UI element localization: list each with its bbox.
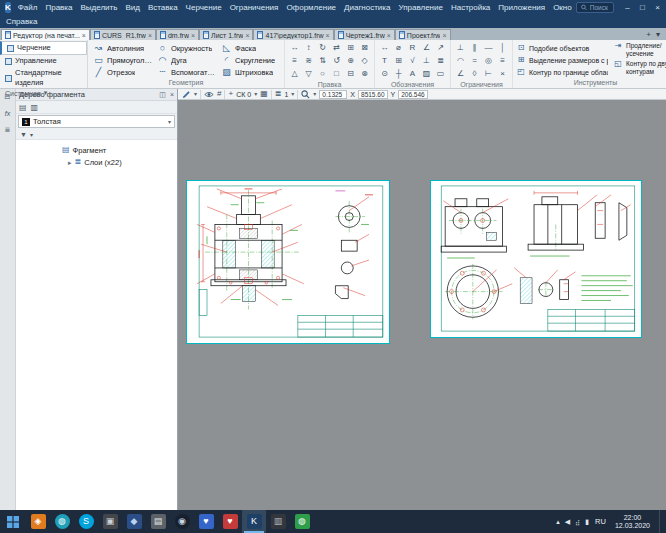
chevron-down-icon[interactable]: ▾: [291, 91, 294, 97]
command-search[interactable]: [576, 2, 614, 13]
insert-icon[interactable]: ⊕: [344, 55, 357, 67]
chevron-down-icon[interactable]: ▾: [254, 91, 257, 97]
ribbon-tab[interactable]: Черчение: [0, 41, 87, 55]
fix-icon[interactable]: ⊢: [482, 68, 495, 80]
battery-icon[interactable]: ▮: [585, 518, 589, 525]
tab-close-icon[interactable]: ×: [326, 32, 330, 39]
tool-button[interactable]: ⊞Выделение размеров с ру...: [516, 54, 608, 66]
taskbar-app-2[interactable]: ◍: [50, 510, 74, 533]
menu-item[interactable]: Файл: [14, 1, 42, 15]
offset-icon[interactable]: ≋: [302, 55, 315, 67]
tree-view-mode-icon[interactable]: ▤: [19, 103, 27, 112]
tool-button[interactable]: ⇥Продление/ усечение: [613, 42, 666, 60]
chevron-down-icon[interactable]: ▾: [30, 131, 33, 138]
align-icon[interactable]: ≡: [288, 55, 301, 67]
table-icon[interactable]: ⊞: [392, 55, 405, 67]
diameter-dimension-icon[interactable]: ⌀: [392, 42, 405, 54]
chevron-down-icon[interactable]: ▾: [194, 91, 197, 97]
menu-item[interactable]: Черчение: [182, 1, 226, 15]
order-icon[interactable]: ⇅: [316, 55, 329, 67]
tool-button[interactable]: ┄Вспомогательная прямая: [155, 66, 217, 78]
parallel-icon[interactable]: ∥: [468, 42, 481, 54]
document-tab[interactable]: Проект.frw×: [395, 29, 451, 40]
show-desktop-button[interactable]: [659, 510, 663, 533]
panel-parameters-fx-icon[interactable]: fx: [5, 110, 10, 117]
taskbar-app-kompas[interactable]: K: [242, 510, 266, 533]
line-style-pencil-icon[interactable]: [182, 90, 191, 99]
tree-collapse-all-icon[interactable]: ▥: [31, 103, 39, 112]
menu-item[interactable]: Окно: [549, 1, 576, 15]
minimize-button[interactable]: –: [620, 1, 635, 15]
roughness-icon[interactable]: √: [406, 55, 419, 67]
rotate-ccw-icon[interactable]: ↺: [330, 55, 343, 67]
center-mark-icon[interactable]: ⊙: [378, 68, 391, 80]
equal-icon[interactable]: =: [468, 55, 481, 67]
array-up-icon[interactable]: △: [288, 68, 301, 80]
tab-close-icon[interactable]: ×: [387, 32, 391, 39]
tab-close-icon[interactable]: ×: [191, 32, 195, 39]
tab-close-icon[interactable]: ×: [245, 32, 249, 39]
menu-item[interactable]: Управление: [394, 1, 446, 15]
taskbar-app-8[interactable]: ♥: [194, 510, 218, 533]
volume-icon[interactable]: ◀: [565, 518, 570, 525]
zoom-value[interactable]: 0.1325: [319, 90, 347, 99]
section-icon[interactable]: ≣: [434, 55, 447, 67]
hatch-mark-icon[interactable]: ▨: [420, 68, 433, 80]
move-icon[interactable]: ↔: [288, 42, 301, 54]
taskbar-app-12[interactable]: ◍: [290, 510, 314, 533]
current-layer-value[interactable]: 1: [284, 91, 288, 98]
document-tab[interactable]: CURS_R1.frw×: [90, 29, 156, 40]
taskbar-app-6[interactable]: ▤: [146, 510, 170, 533]
tool-button[interactable]: ◰Контур по границе облас...: [516, 66, 608, 78]
network-icon[interactable]: ⣴: [575, 518, 580, 525]
expand-arrow-icon[interactable]: ▸: [68, 159, 72, 166]
coincident-icon[interactable]: ◎: [482, 55, 495, 67]
axis-icon[interactable]: ┼: [392, 68, 405, 80]
vertical-icon[interactable]: │: [496, 42, 509, 54]
menu-item[interactable]: Правка: [41, 1, 76, 15]
menu-item[interactable]: Приложения: [494, 1, 549, 15]
tool-button[interactable]: ╱Отрезок: [91, 66, 153, 78]
taskbar-app-steam[interactable]: ◉: [170, 510, 194, 533]
zoom-icon[interactable]: [301, 90, 310, 99]
menu-item[interactable]: Оформление: [282, 1, 340, 15]
maximize-button[interactable]: □: [635, 1, 650, 15]
grid-icon[interactable]: ▦: [260, 90, 268, 98]
angle-icon[interactable]: ∠: [454, 68, 467, 80]
snap-icon[interactable]: #: [217, 90, 221, 98]
rect-copy-icon[interactable]: □: [330, 68, 343, 80]
pin-panel-icon[interactable]: ◫: [159, 91, 166, 99]
taskbar-app-1[interactable]: ◈: [26, 510, 50, 533]
radial-dimension-icon[interactable]: R: [406, 42, 419, 54]
collapse-objects-icon[interactable]: ⊟: [344, 68, 357, 80]
document-tab[interactable]: 417\редуктор1.frw×: [253, 29, 333, 40]
tool-button[interactable]: ▭Прямоугольник: [91, 54, 153, 66]
layers-icon[interactable]: ≣: [275, 90, 282, 98]
move-vertical-icon[interactable]: ↕: [302, 42, 315, 54]
taskbar-clock[interactable]: 22:00 12.03.2020: [612, 514, 653, 530]
tool-button[interactable]: ◺Фаска: [219, 42, 281, 54]
y-coordinate-value[interactable]: 206.546: [398, 90, 428, 99]
tab-close-icon[interactable]: ×: [442, 32, 446, 39]
x-coordinate-value[interactable]: 8515.60: [358, 90, 388, 99]
tab-close-icon[interactable]: ×: [148, 32, 152, 39]
copy-icon[interactable]: ⊞: [344, 42, 357, 54]
leader-icon[interactable]: ↗: [434, 42, 447, 54]
language-indicator[interactable]: RU: [595, 517, 606, 526]
collinear-icon[interactable]: ≡: [496, 55, 509, 67]
text-icon[interactable]: T: [378, 55, 391, 67]
search-input[interactable]: [590, 4, 609, 11]
tab-list-icon[interactable]: ▾: [656, 30, 660, 39]
document-tab[interactable]: Чертеж1.frw×: [334, 29, 395, 40]
tool-button[interactable]: ⊡Подобие объектов: [516, 42, 608, 54]
taskbar-app-5[interactable]: ◆: [122, 510, 146, 533]
delete-icon[interactable]: ⊠: [358, 42, 371, 54]
perpendicular-icon[interactable]: ⊥: [454, 42, 467, 54]
close-button[interactable]: ×: [650, 1, 665, 15]
menu-item[interactable]: Диагностика: [340, 1, 394, 15]
panel-properties-icon[interactable]: ≣: [5, 126, 11, 134]
marking-icon[interactable]: A: [406, 68, 419, 80]
taskbar-app-4[interactable]: ▣: [98, 510, 122, 533]
rotate-icon[interactable]: ↻: [316, 42, 329, 54]
scale-icon[interactable]: ◇: [358, 55, 371, 67]
